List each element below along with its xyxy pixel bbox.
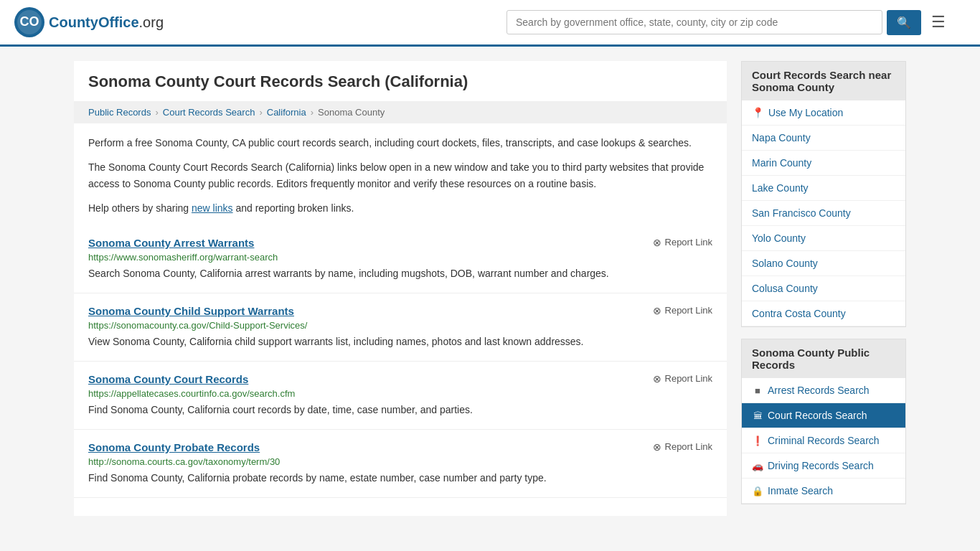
public-record-label-2: Criminal Records Search bbox=[768, 435, 880, 446]
result-item: Sonoma County Probate Records ⊗ Report L… bbox=[74, 430, 727, 498]
result-url-2: https://appellatecases.courtinfo.ca.gov/… bbox=[88, 388, 712, 399]
main-container: Sonoma County Court Records Search (Cali… bbox=[60, 47, 920, 530]
search-area: 🔍 ☰ bbox=[507, 10, 951, 35]
nearby-county-item: Contra Costa County bbox=[742, 301, 905, 326]
breadcrumb-sep-3: › bbox=[311, 107, 314, 118]
desc-2: The Sonoma County Court Records Search (… bbox=[74, 159, 727, 192]
report-link-2[interactable]: ⊗ Report Link bbox=[653, 373, 712, 385]
nearby-county-item: Solano County bbox=[742, 251, 905, 276]
report-icon-1: ⊗ bbox=[653, 305, 661, 316]
desc-1: Perform a free Sonoma County, CA public … bbox=[74, 135, 727, 151]
nearby-county-item: Yolo County bbox=[742, 226, 905, 251]
results-container: Sonoma County Arrest Warrants ⊗ Report L… bbox=[74, 225, 727, 498]
public-record-label-0: Arrest Records Search bbox=[768, 385, 870, 396]
breadcrumb: Public Records › Court Records Search › … bbox=[74, 101, 727, 123]
public-record-item: 🚗 Driving Records Search bbox=[742, 453, 905, 479]
report-icon-3: ⊗ bbox=[653, 441, 661, 453]
result-desc-2: Find Sonoma County, California court rec… bbox=[88, 402, 712, 418]
public-record-link-0[interactable]: ■ Arrest Records Search bbox=[742, 378, 905, 403]
public-record-label-1: Court Records Search bbox=[768, 410, 867, 421]
report-link-0[interactable]: ⊗ Report Link bbox=[653, 237, 712, 248]
nearby-county-link-5[interactable]: Solano County bbox=[742, 251, 905, 276]
public-record-icon-0: ■ bbox=[752, 385, 763, 396]
result-title-1[interactable]: Sonoma County Child Support Warrants bbox=[88, 305, 294, 317]
public-record-label-4: Inmate Search bbox=[768, 485, 833, 496]
use-location-label: Use My Location bbox=[768, 107, 843, 118]
public-record-link-4[interactable]: 🔒 Inmate Search bbox=[742, 479, 905, 504]
public-record-link-2[interactable]: ❗ Criminal Records Search bbox=[742, 428, 905, 453]
nearby-county-item: Colusa County bbox=[742, 276, 905, 301]
public-record-label-3: Driving Records Search bbox=[768, 460, 874, 471]
breadcrumb-sep-2: › bbox=[259, 107, 262, 118]
nearby-county-link-0[interactable]: Napa County bbox=[742, 126, 905, 151]
breadcrumb-sep-1: › bbox=[155, 107, 158, 118]
sidebar: Court Records Search near Sonoma County … bbox=[741, 61, 906, 516]
svg-text:CO: CO bbox=[20, 14, 39, 29]
result-url-1: https://sonomacounty.ca.gov/Child-Suppor… bbox=[88, 320, 712, 331]
menu-button[interactable]: ☰ bbox=[925, 10, 951, 34]
desc-3-pre: Help others by sharing bbox=[88, 202, 192, 214]
public-record-icon-1: 🏛 bbox=[752, 410, 763, 421]
nearby-county-link-1[interactable]: Marin County bbox=[742, 151, 905, 176]
logo-text: CountyOffice.org bbox=[49, 14, 164, 31]
report-icon-0: ⊗ bbox=[653, 237, 661, 248]
public-record-item: ❗ Criminal Records Search bbox=[742, 428, 905, 453]
report-label-0: Report Link bbox=[665, 237, 712, 248]
report-label-2: Report Link bbox=[665, 373, 712, 384]
report-label-1: Report Link bbox=[665, 305, 712, 316]
nearby-section: Court Records Search near Sonoma County … bbox=[741, 61, 906, 327]
nearby-county-item: San Francisco County bbox=[742, 201, 905, 226]
location-pin-icon: 📍 bbox=[752, 107, 764, 118]
nearby-county-link-3[interactable]: San Francisco County bbox=[742, 201, 905, 226]
nearby-county-item: Napa County bbox=[742, 126, 905, 151]
result-item: Sonoma County Arrest Warrants ⊗ Report L… bbox=[74, 225, 727, 293]
site-header: CO CountyOffice.org 🔍 ☰ bbox=[0, 0, 980, 47]
result-title-2[interactable]: Sonoma County Court Records bbox=[88, 373, 248, 385]
public-records-list: ■ Arrest Records Search 🏛 Court Records … bbox=[742, 378, 905, 504]
nearby-list: Napa CountyMarin CountyLake CountySan Fr… bbox=[742, 126, 905, 326]
public-record-icon-4: 🔒 bbox=[752, 486, 763, 496]
desc-3-post: and reporting broken links. bbox=[233, 202, 354, 214]
search-input[interactable] bbox=[507, 10, 882, 34]
use-location-btn[interactable]: 📍 Use My Location bbox=[742, 100, 905, 126]
breadcrumb-current: Sonoma County bbox=[318, 107, 385, 118]
result-url-3: http://sonoma.courts.ca.gov/taxonomy/ter… bbox=[88, 456, 712, 467]
result-desc-0: Search Sonoma County, California arrest … bbox=[88, 266, 712, 281]
search-button[interactable]: 🔍 bbox=[887, 10, 921, 35]
desc-3: Help others by sharing new links and rep… bbox=[74, 200, 727, 216]
breadcrumb-california[interactable]: California bbox=[267, 107, 306, 118]
result-desc-1: View Sonoma County, California child sup… bbox=[88, 334, 712, 349]
logo-icon: CO bbox=[14, 7, 44, 37]
logo-area: CO CountyOffice.org bbox=[14, 7, 164, 37]
result-title-3[interactable]: Sonoma County Probate Records bbox=[88, 441, 260, 453]
public-record-link-3[interactable]: 🚗 Driving Records Search bbox=[742, 453, 905, 479]
public-record-icon-3: 🚗 bbox=[752, 461, 763, 471]
nearby-county-link-6[interactable]: Colusa County bbox=[742, 276, 905, 301]
public-records-section: Sonoma County Public Records ■ Arrest Re… bbox=[741, 339, 906, 504]
result-item: Sonoma County Child Support Warrants ⊗ R… bbox=[74, 293, 727, 362]
nearby-header: Court Records Search near Sonoma County bbox=[742, 62, 905, 100]
report-link-3[interactable]: ⊗ Report Link bbox=[653, 441, 712, 453]
report-label-3: Report Link bbox=[665, 441, 712, 452]
nearby-county-item: Marin County bbox=[742, 151, 905, 176]
public-record-link-1[interactable]: 🏛 Court Records Search bbox=[742, 403, 905, 428]
public-record-item: 🏛 Court Records Search bbox=[742, 403, 905, 428]
page-title: Sonoma County Court Records Search (Cali… bbox=[74, 61, 727, 91]
report-icon-2: ⊗ bbox=[653, 373, 661, 385]
public-record-item: 🔒 Inmate Search bbox=[742, 479, 905, 504]
nearby-county-link-2[interactable]: Lake County bbox=[742, 176, 905, 201]
result-desc-3: Find Sonoma County, California probate r… bbox=[88, 471, 712, 486]
report-link-1[interactable]: ⊗ Report Link bbox=[653, 305, 712, 316]
public-record-icon-2: ❗ bbox=[752, 435, 763, 446]
nearby-county-link-7[interactable]: Contra Costa County bbox=[742, 301, 905, 326]
main-content: Sonoma County Court Records Search (Cali… bbox=[74, 61, 727, 516]
breadcrumb-public-records[interactable]: Public Records bbox=[88, 107, 151, 118]
nearby-county-item: Lake County bbox=[742, 176, 905, 201]
nearby-county-link-4[interactable]: Yolo County bbox=[742, 226, 905, 251]
result-title-0[interactable]: Sonoma County Arrest Warrants bbox=[88, 237, 254, 249]
result-item: Sonoma County Court Records ⊗ Report Lin… bbox=[74, 362, 727, 430]
public-records-header: Sonoma County Public Records bbox=[742, 339, 905, 378]
public-record-item: ■ Arrest Records Search bbox=[742, 378, 905, 403]
new-links-link[interactable]: new links bbox=[192, 202, 233, 214]
breadcrumb-court-records-search[interactable]: Court Records Search bbox=[163, 107, 255, 118]
